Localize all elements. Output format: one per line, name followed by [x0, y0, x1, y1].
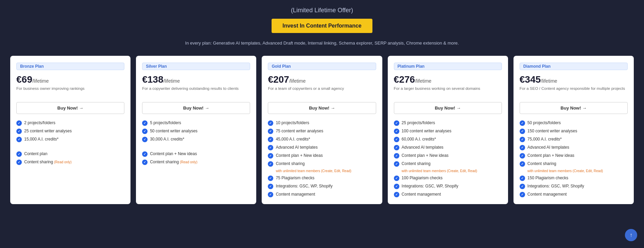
feature-text: 75 content writer analyses [276, 128, 323, 134]
check-icon [16, 160, 22, 165]
check-icon [268, 184, 273, 189]
feature-text: Content management [276, 192, 315, 197]
feature-text: 30,000 A.I. credits* [150, 136, 184, 142]
page-header: (Limited Lifetime Offer) Invest In Conte… [10, 7, 634, 46]
check-icon [268, 161, 273, 167]
feature-text: Content sharing [527, 161, 556, 167]
check-icon [142, 137, 148, 142]
feature-text: Content sharing [402, 161, 431, 167]
check-icon [142, 160, 148, 165]
plan-card-2: Gold Plan€207/lifetimeFor a team of copy… [262, 56, 382, 204]
feature-item: 2 projects/folders [16, 120, 124, 126]
feature-text: 150 content writer analyses [527, 128, 577, 134]
check-icon [394, 145, 399, 150]
check-icon [268, 129, 273, 134]
feature-item: Content sharing (Read only) [16, 159, 124, 165]
feature-text: 75,000 A.I. credits* [527, 136, 562, 142]
feature-item: Content sharing (Read only) [142, 159, 250, 165]
plan-price-4: €345/lifetime [520, 74, 628, 85]
feature-item: 5 projects/folders [142, 120, 250, 126]
feature-text: Integrations: GSC, WP, Shopify [402, 183, 459, 189]
plan-card-4: Diamond Plan€345/lifetimeFor a SEO / Con… [513, 56, 634, 204]
feature-item: 30,000 A.I. credits* [142, 136, 250, 142]
feature-text: 15,000 A.I. credits* [24, 136, 59, 142]
feature-item: 100 Plagiarism checks [394, 175, 502, 181]
check-icon [394, 192, 399, 197]
check-icon [520, 120, 525, 126]
features-list-1: 5 projects/folders50 content writer anal… [142, 120, 250, 165]
feature-text: 60,000 A.I. credits* [402, 136, 436, 142]
feature-text: Integrations: GSC, WP, Shopify [276, 183, 333, 189]
check-icon [520, 161, 525, 167]
check-icon [520, 192, 525, 197]
feature-text: 25 content writer analyses [24, 128, 72, 134]
buy-button-4[interactable]: Buy Now! → [520, 102, 628, 114]
feature-text: Advanced AI templates [402, 145, 444, 150]
feature-item: Advanced AI templates [394, 145, 502, 150]
header-subtitle: In every plan: Generative AI templates, … [10, 40, 634, 46]
check-icon [520, 176, 525, 181]
buy-button-3[interactable]: Buy Now! → [394, 102, 502, 114]
check-icon [520, 184, 525, 189]
check-icon [268, 176, 273, 181]
feature-text: 25 projects/folders [402, 120, 435, 126]
feature-item: Integrations: GSC, WP, Shopify [268, 183, 376, 189]
feature-text: Integrations: GSC, WP, Shopify [527, 183, 584, 189]
feature-text: Content plan + New ideas [527, 153, 574, 159]
plan-price-3: €276/lifetime [394, 74, 502, 85]
feature-text: 100 Plagiarism checks [402, 175, 443, 181]
feature-text: Content plan + New ideas [150, 151, 197, 157]
buy-button-1[interactable]: Buy Now! → [142, 102, 250, 114]
plans-grid: Bronze Plan€69/lifetimeFor business owne… [10, 56, 634, 204]
feature-item: Advanced AI templates [520, 145, 628, 150]
feature-text: Content management [527, 192, 567, 197]
feature-item: 150 Plagiarism checks [520, 175, 628, 181]
check-icon [520, 129, 525, 134]
plan-card-0: Bronze Plan€69/lifetimeFor business owne… [10, 56, 131, 204]
feature-item: Content management [520, 192, 628, 197]
feature-item: Integrations: GSC, WP, Shopify [520, 183, 628, 189]
feature-item: Content sharing [520, 161, 628, 167]
feature-text: 100 content writer analyses [402, 128, 451, 134]
plan-badge-2: Gold Plan [268, 63, 376, 70]
cta-button[interactable]: Invest In Content Performance [272, 19, 372, 33]
buy-button-0[interactable]: Buy Now! → [16, 102, 124, 114]
check-icon [394, 161, 399, 167]
feature-item: Content management [268, 192, 376, 197]
plan-description-2: For a team of copywriters or a small age… [268, 86, 376, 97]
feature-text: 50 content writer analyses [150, 128, 197, 134]
check-icon [268, 153, 273, 159]
feature-text: Content sharing (Read only) [150, 159, 197, 165]
feature-item: Advanced AI templates [268, 145, 376, 150]
feature-text: Content sharing [276, 161, 305, 167]
check-icon [16, 129, 22, 134]
features-list-4: 50 projects/folders150 content writer an… [520, 120, 628, 197]
scroll-top-button[interactable]: ↑ [625, 229, 637, 241]
feature-item: 25 content writer analyses [16, 128, 124, 134]
feature-sub-item: with unlimited team members (Create, Edi… [268, 169, 376, 173]
check-icon [16, 137, 22, 142]
feature-item: 15,000 A.I. credits* [16, 136, 124, 142]
feature-text: 150 Plagiarism checks [527, 175, 568, 181]
feature-text: 10 projects/folders [276, 120, 309, 126]
check-icon [268, 137, 273, 142]
feature-sub-item: with unlimited team members (Create, Edi… [394, 169, 502, 173]
feature-item: Content plan + New ideas [520, 153, 628, 159]
buy-button-2[interactable]: Buy Now! → [268, 102, 376, 114]
feature-text: 50 projects/folders [527, 120, 561, 126]
check-icon [268, 145, 273, 150]
plan-price-0: €69/lifetime [16, 74, 124, 85]
read-only-label: (Read only) [179, 160, 197, 164]
check-icon [142, 151, 148, 157]
feature-text: Content plan + New ideas [402, 153, 449, 159]
check-icon [394, 129, 399, 134]
feature-text: 5 projects/folders [150, 120, 181, 126]
feature-item: Content sharing [394, 161, 502, 167]
read-only-label: (Read only) [53, 160, 72, 164]
check-icon [394, 153, 399, 159]
feature-text: 75 Plagiarism checks [276, 175, 314, 181]
feature-item: Content plan + New ideas [268, 153, 376, 159]
check-icon [394, 176, 399, 181]
feature-item: Content sharing [268, 161, 376, 167]
feature-text: Content plan [24, 151, 47, 157]
